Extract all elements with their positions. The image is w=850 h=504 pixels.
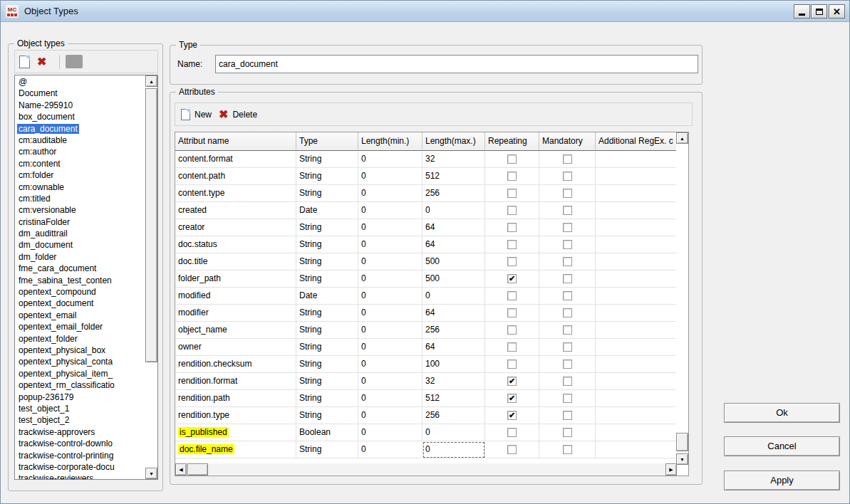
cell-attribute-name[interactable]: owner [175,339,296,356]
mandatory-checkbox[interactable] [563,359,572,369]
repeating-checkbox[interactable] [507,445,517,454]
cell-attribute-name[interactable]: content.path [175,168,296,185]
cell-additional-regex[interactable] [596,202,677,219]
cell-attribute-name[interactable]: modifier [175,305,296,322]
table-row[interactable]: folder_pathString0500✔ [175,271,677,288]
cell-mandatory[interactable] [539,322,596,339]
cell-repeating[interactable] [485,236,539,253]
cell-attribute-name[interactable]: folder_path [175,271,296,288]
mandatory-checkbox[interactable] [563,342,572,352]
cell-mandatory[interactable] [539,305,596,322]
cell-length-min[interactable]: 0 [358,271,423,288]
repeating-checkbox[interactable]: ✔ [507,274,517,283]
table-row[interactable]: is_publishedBoolean00 [175,424,677,441]
object-type-item[interactable]: cristinaFolder [15,216,145,228]
object-type-item[interactable]: Name-295910 [15,100,145,111]
mandatory-checkbox[interactable] [563,325,572,335]
mandatory-checkbox[interactable] [563,206,572,215]
repeating-checkbox[interactable] [507,359,517,369]
cell-additional-regex[interactable] [596,356,677,373]
cell-type[interactable]: String [296,305,358,322]
cell-attribute-name[interactable]: doc.file_name [175,441,296,458]
repeating-checkbox[interactable] [507,189,517,198]
cell-length-max[interactable]: 32 [423,373,485,390]
repeating-checkbox[interactable] [507,257,517,266]
cell-additional-regex[interactable] [596,151,677,168]
column-header[interactable]: Repeating [485,132,539,151]
cell-repeating[interactable]: ✔ [485,390,539,407]
table-scroll-down-button[interactable]: ▼ [676,453,688,465]
cell-length-min[interactable]: 0 [358,253,423,271]
delete-object-type-button[interactable]: ✖ [37,56,46,68]
table-row[interactable]: ownerString064 [175,339,677,356]
table-row[interactable]: rendition.pathString0512✔ [175,390,677,407]
cell-repeating[interactable] [485,253,539,271]
cell-repeating[interactable] [485,339,539,356]
cell-length-min[interactable]: 0 [358,288,423,305]
column-header[interactable]: Mandatory [539,132,596,151]
cell-repeating[interactable] [485,322,539,339]
object-type-item[interactable]: cm:ownable [15,182,145,193]
table-vertical-scrollbar[interactable]: ▲ ▼ [676,132,688,465]
cell-mandatory[interactable] [539,424,596,441]
cell-type[interactable]: String [296,185,358,202]
cell-length-min[interactable]: 0 [358,168,423,185]
cell-mandatory[interactable] [539,373,596,390]
cell-attribute-name[interactable]: rendition.checksum [175,356,296,373]
cell-attribute-name[interactable]: modified [175,288,296,305]
cell-length-max[interactable]: 256 [423,185,485,202]
cell-repeating[interactable] [485,441,539,458]
repeating-checkbox[interactable]: ✔ [507,411,517,420]
column-header[interactable]: Length(min.) [358,132,423,151]
cell-additional-regex[interactable] [596,288,677,305]
cell-type[interactable]: Boolean [296,424,358,441]
cell-mandatory[interactable] [539,390,596,407]
cell-type[interactable]: Date [296,202,358,219]
cell-repeating[interactable] [485,202,539,219]
new-attribute-button[interactable]: New [181,109,212,120]
object-type-item[interactable]: opentext_physical_conta [15,356,145,367]
table-vscrollbar-thumb[interactable] [676,433,688,451]
apply-button[interactable]: Apply [724,471,840,490]
object-type-item[interactable]: cm:auditable [15,135,145,146]
list-vertical-scrollbar[interactable]: ▲ ▼ [145,75,157,479]
object-type-item[interactable]: trackwise-control-downlo [15,438,145,449]
ok-button[interactable]: Ok [724,403,840,423]
mandatory-checkbox[interactable] [563,291,572,300]
repeating-checkbox[interactable] [507,206,517,215]
cell-length-max[interactable]: 64 [423,236,485,253]
table-row[interactable]: doc.titleString0500 [175,253,677,271]
mandatory-checkbox[interactable] [563,411,572,420]
object-type-item[interactable]: trackwise-approvers [15,426,145,438]
object-type-item[interactable]: opentext_email_folder [15,321,145,332]
cell-type[interactable]: String [296,253,358,271]
cell-length-min[interactable]: 0 [358,339,423,356]
cell-mandatory[interactable] [539,288,596,305]
table-row[interactable]: doc.file_nameString00 [175,441,677,458]
cell-repeating[interactable]: ✔ [485,407,539,424]
repeating-checkbox[interactable] [507,428,517,437]
object-type-item[interactable]: dm_document [15,239,145,251]
repeating-checkbox[interactable]: ✔ [507,394,517,403]
object-type-item[interactable]: Document [15,88,145,99]
mandatory-checkbox[interactable] [563,445,572,454]
column-header[interactable]: Additional RegEx. c [596,132,677,151]
cell-length-max[interactable]: 256 [423,322,485,339]
new-object-type-button[interactable] [19,56,30,68]
cell-mandatory[interactable] [539,219,596,236]
table-row[interactable]: content.typeString0256 [175,185,677,202]
cell-length-min[interactable]: 0 [358,219,423,236]
cell-attribute-name[interactable]: rendition.format [175,373,296,390]
cell-mandatory[interactable] [539,253,596,271]
cell-type[interactable]: String [296,390,358,407]
cell-length-max[interactable]: 64 [423,339,485,356]
object-type-item[interactable]: cara_document [15,123,145,135]
mandatory-checkbox[interactable] [563,308,572,317]
object-type-item[interactable]: opentext_rm_classificatio [15,379,145,391]
table-row[interactable]: modifiedDate00 [175,288,677,305]
column-header[interactable]: Type [296,132,358,151]
cell-length-max[interactable]: 500 [423,271,485,288]
cell-mandatory[interactable] [539,356,596,373]
cell-mandatory[interactable] [539,339,596,356]
cell-attribute-name[interactable]: doc.status [175,236,296,253]
